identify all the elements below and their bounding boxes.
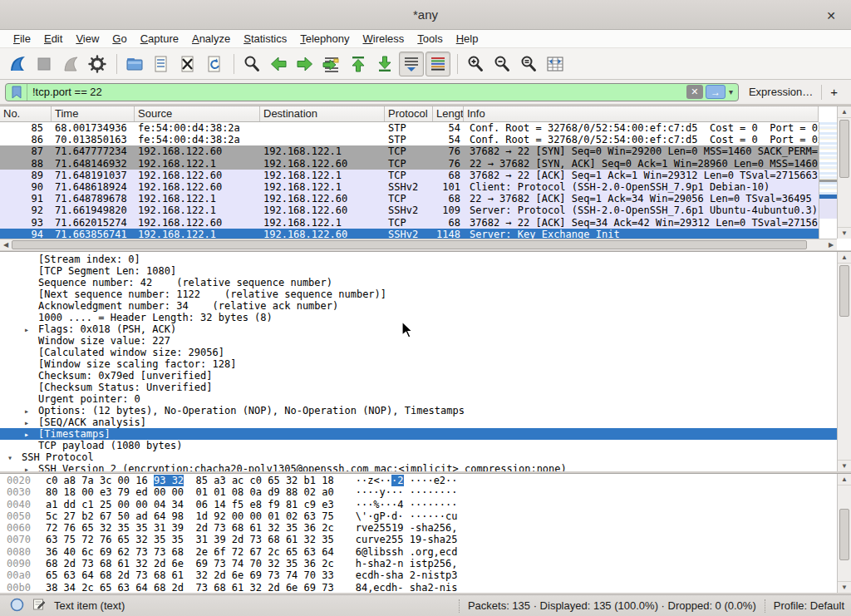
hex-row[interactable]: 00505c 27 b2 67 50 ad 64 98 1d 92 00 00 … [0, 510, 837, 522]
column-header-length[interactable]: Length [433, 106, 464, 121]
detail-line-timestamps-selected[interactable]: ▸[Timestamps] [0, 428, 837, 440]
detail-line[interactable]: [TCP Segment Len: 1080] [0, 265, 837, 277]
detail-line-options[interactable]: ▸Options: (12 bytes), No-Operation (NOP)… [0, 405, 837, 416]
stop-capture-button[interactable] [32, 52, 57, 76]
detail-line[interactable]: Window size value: 227 [0, 335, 837, 347]
resize-columns-button[interactable] [543, 52, 568, 76]
hex-row[interactable]: 003080 18 00 e3 79 ed 00 00 01 01 08 0a … [0, 486, 837, 498]
filter-dropdown-caret-icon[interactable]: ▾ [729, 87, 733, 96]
capture-comment-icon[interactable] [32, 598, 46, 614]
scroll-up-arrow-icon[interactable]: ▲ [838, 106, 851, 118]
packet-row[interactable]: 9271.661949820192.168.122.1192.168.122.6… [0, 205, 819, 216]
menu-telephony[interactable]: Telephony [293, 31, 356, 47]
column-header-destination[interactable]: Destination [260, 106, 385, 121]
profile-text[interactable]: Profile: Default [774, 599, 844, 612]
menu-view[interactable]: View [69, 31, 106, 47]
expander-icon[interactable]: ▸ [24, 429, 38, 441]
expander-icon[interactable]: ▾ [7, 452, 22, 464]
packet-list-vertical-scrollbar[interactable]: ▲ ▼ [837, 106, 851, 239]
packet-row[interactable]: 9371.662015274192.168.122.60192.168.122.… [0, 217, 819, 229]
packet-row[interactable]: 8670.013850163fe:54:00:d4:38:2aSTP54Conf… [0, 134, 819, 145]
zoom-out-button[interactable] [489, 52, 514, 76]
detail-line-flags[interactable]: ▸Flags: 0x018 (PSH, ACK) [0, 323, 837, 335]
menu-file[interactable]: File [7, 31, 37, 47]
go-back-button[interactable] [266, 52, 291, 76]
column-header-source[interactable]: Source [135, 106, 260, 121]
scroll-right-arrow-icon[interactable]: ▶ [825, 239, 837, 250]
hex-row[interactable]: 008036 40 6c 69 62 73 73 68 2e 6f 72 67 … [0, 546, 837, 558]
detail-line[interactable]: [Checksum Status: Unverified] [0, 382, 837, 393]
detail-line[interactable]: Checksum: 0x79ed [unverified] [0, 370, 837, 382]
hex-vertical-scrollbar[interactable]: ▲ ▼ [837, 474, 851, 593]
go-last-button[interactable] [372, 52, 397, 76]
expander-icon[interactable]: ▸ [24, 406, 38, 417]
expert-info-icon[interactable] [10, 598, 24, 614]
filter-clear-button[interactable]: ✕ [686, 85, 703, 99]
menu-help[interactable]: Help [450, 31, 485, 47]
detail-line[interactable]: Acknowledgment number: 34 (relative ack … [0, 300, 837, 312]
detail-line-ssh-protocol[interactable]: ▾SSH Protocol [0, 451, 837, 463]
packet-row[interactable]: 9071.648618924192.168.122.60192.168.122.… [0, 181, 819, 193]
display-filter-input[interactable]: !tcp.port == 22 ✕ → ▾ [5, 83, 739, 101]
packet-list-horizontal-scrollbar[interactable]: ◀ ▶ [0, 239, 837, 250]
menu-statistics[interactable]: Statistics [237, 31, 293, 47]
packet-row[interactable]: 8771.647777234192.168.122.60192.168.122.… [0, 145, 819, 157]
detail-line[interactable]: [Window size scaling factor: 128] [0, 358, 837, 370]
expander-icon[interactable]: ▸ [24, 417, 38, 429]
expression-button[interactable]: Expression… [749, 86, 813, 98]
detail-line-ssh-version[interactable]: ▸SSH Version 2 (encryption:chacha20-poly… [0, 463, 837, 471]
close-file-button[interactable] [175, 52, 200, 76]
save-file-button[interactable] [149, 52, 174, 76]
scroll-left-arrow-icon[interactable]: ◀ [0, 239, 12, 250]
detail-line[interactable]: [Calculated window size: 29056] [0, 347, 837, 358]
hex-row[interactable]: 00b038 34 2c 65 63 64 68 2d 73 68 61 32 … [0, 582, 837, 593]
detail-line[interactable]: [Next sequence number: 1122 (relative se… [0, 288, 837, 300]
column-header-no[interactable]: No. [0, 106, 52, 121]
column-header-time[interactable]: Time [52, 106, 135, 121]
add-filter-button[interactable]: + [822, 85, 846, 99]
detail-line[interactable]: Sequence number: 42 (relative sequence n… [0, 277, 837, 288]
auto-scroll-button[interactable] [399, 52, 424, 76]
packet-row-selected[interactable]: 9471.663856741192.168.122.1192.168.122.6… [0, 229, 819, 239]
packet-row[interactable]: 8871.648146932192.168.122.1192.168.122.6… [0, 158, 819, 170]
colorize-button[interactable] [426, 52, 450, 76]
filter-bookmark-icon[interactable] [6, 84, 27, 101]
hex-row[interactable]: 009068 2d 73 68 61 32 2d 6e 69 73 74 70 … [0, 558, 837, 569]
scrollbar-thumb[interactable] [12, 240, 807, 249]
menu-capture[interactable]: Capture [134, 31, 185, 47]
scrollbar-thumb[interactable] [839, 509, 849, 560]
detail-line[interactable]: TCP payload (1080 bytes) [0, 440, 837, 451]
scroll-down-arrow-icon[interactable]: ▼ [838, 460, 851, 471]
capture-options-button[interactable] [85, 52, 110, 76]
detail-line[interactable]: [Stream index: 0] [0, 254, 837, 265]
menu-wireless[interactable]: Wireless [357, 31, 411, 47]
start-capture-button[interactable] [5, 52, 30, 76]
restart-capture-button[interactable] [58, 52, 83, 76]
column-header-protocol[interactable]: Protocol [385, 106, 433, 121]
hex-row[interactable]: 0040a1 dd c1 25 00 00 04 34 06 14 f5 e8 … [0, 499, 837, 510]
expander-icon[interactable]: ▸ [24, 324, 38, 336]
packet-row[interactable]: 8971.648191037192.168.122.60192.168.122.… [0, 170, 819, 181]
column-header-info[interactable]: Info [464, 106, 819, 121]
go-first-button[interactable] [346, 52, 371, 76]
detail-line-seq-ack[interactable]: ▸[SEQ/ACK analysis] [0, 416, 837, 428]
scrollbar-thumb[interactable] [839, 265, 849, 317]
scroll-up-arrow-icon[interactable]: ▲ [838, 474, 851, 485]
details-vertical-scrollbar[interactable]: ▲ ▼ [837, 252, 851, 471]
go-forward-button[interactable] [293, 52, 317, 76]
scroll-up-arrow-icon[interactable]: ▲ [838, 252, 851, 264]
filter-apply-button[interactable]: → [706, 85, 726, 99]
detail-line[interactable]: Urgent pointer: 0 [0, 393, 837, 405]
packet-minimap-scrollbar[interactable] [819, 122, 837, 239]
scroll-down-arrow-icon[interactable]: ▼ [838, 227, 851, 239]
scrollbar-thumb[interactable] [839, 120, 849, 178]
scroll-down-arrow-icon[interactable]: ▼ [838, 581, 851, 593]
find-packet-button[interactable] [239, 52, 264, 76]
go-to-packet-button[interactable] [319, 52, 344, 76]
expander-icon[interactable]: ▸ [24, 464, 38, 471]
menu-tools[interactable]: Tools [411, 31, 449, 47]
hex-row[interactable]: 0020c0 a8 7a 3c 00 16 93 32 85 a3 ac c0 … [0, 475, 837, 486]
reload-file-button[interactable] [202, 52, 227, 76]
hex-row[interactable]: 00a065 63 64 68 2d 73 68 61 32 2d 6e 69 … [0, 569, 837, 581]
open-file-button[interactable] [122, 52, 147, 76]
